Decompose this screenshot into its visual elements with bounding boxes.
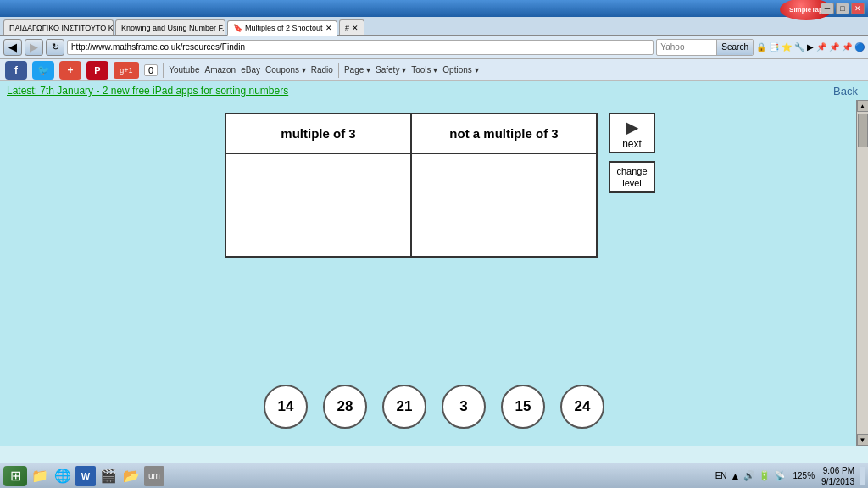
page-menu[interactable]: Page ▾ <box>344 65 370 75</box>
address-input[interactable] <box>67 40 654 55</box>
window-controls: ─ □ ✕ <box>821 3 865 14</box>
pinterest-btn[interactable]: P <box>86 61 108 80</box>
show-desktop-btn[interactable] <box>860 467 865 485</box>
divider1 <box>163 63 164 78</box>
title-bar: SimpleTap ─ □ ✕ <box>0 0 868 17</box>
taskbar: ⊞ 📁 🌐 W 🎬 📂 um EN ▲ 🔊 🔋 📡 125% 9:06 PM 9… <box>0 463 868 488</box>
minimize-btn[interactable]: ─ <box>821 3 834 14</box>
close-btn[interactable]: ✕ <box>851 3 865 14</box>
non-multiples-drop-zone[interactable] <box>412 154 596 256</box>
number-circle-0[interactable]: 14 <box>264 385 308 429</box>
back-button[interactable]: Back <box>833 85 858 97</box>
number-circle-5[interactable]: 24 <box>560 385 604 429</box>
next-arrow-icon: ▶ <box>626 117 638 137</box>
safety-menu[interactable]: Safety ▾ <box>376 65 406 75</box>
time-display: 9:06 PM <box>821 465 854 476</box>
scroll-thumb[interactable] <box>858 114 868 147</box>
taskbar-icon-folder2[interactable]: 📂 <box>121 466 142 486</box>
divider2 <box>338 63 339 78</box>
multiples-drop-zone[interactable] <box>226 154 412 256</box>
youtube-link[interactable]: Youtube <box>169 65 199 75</box>
tab-4[interactable]: # ✕ <box>339 19 364 35</box>
clock-display: 9:06 PM 9/1/2013 <box>821 465 854 487</box>
taskbar-icon-word[interactable]: W <box>75 466 96 486</box>
taskbar-icon-folder[interactable]: 📁 <box>30 466 50 486</box>
toolbar: f 🐦 + P g+1 0 Youtube Amazon eBay Coupon… <box>0 59 868 81</box>
number-circle-4[interactable]: 15 <box>501 385 545 429</box>
search-box: Search <box>656 39 754 56</box>
ebay-link[interactable]: eBay <box>241 65 260 75</box>
tab-bar: ΠΑΙΔΑΓΩΓΙΚΟ ΙΝΣΤΙΤΟΥΤΟ ΚΥ... ✕ Knowing a… <box>0 17 868 36</box>
col1-header: multiple of 3 <box>226 114 412 152</box>
search-input[interactable] <box>657 42 716 52</box>
info-link[interactable]: Latest: 7th January - 2 new free iPad ap… <box>7 85 288 97</box>
next-button[interactable]: ▶ next <box>609 113 655 153</box>
tab-close-4[interactable]: ✕ <box>352 24 359 32</box>
back-nav-btn[interactable]: ◀ <box>3 39 22 56</box>
gplus-btn[interactable]: g+1 <box>114 62 139 79</box>
search-button[interactable]: Search <box>716 40 753 55</box>
amazon-link[interactable]: Amazon <box>204 65 236 75</box>
taskbar-icon-film[interactable]: 🎬 <box>98 466 119 486</box>
twitter-btn[interactable]: 🐦 <box>32 61 54 80</box>
sort-header: multiple of 3 not a multiple of 3 <box>226 114 596 154</box>
info-bar: Latest: 7th January - 2 new free iPad ap… <box>0 81 868 100</box>
coupons-menu[interactable]: Coupons ▾ <box>265 65 306 75</box>
sort-table: multiple of 3 not a multiple of 3 <box>225 113 598 258</box>
tab-3-active[interactable]: 🔖 Multiples of 2 Shootout ✕ <box>227 20 337 36</box>
tray-icon-2: 🔊 <box>743 470 755 481</box>
tools-menu[interactable]: Tools ▾ <box>411 65 437 75</box>
date-display: 9/1/2013 <box>821 476 854 487</box>
options-menu[interactable]: Options ▾ <box>442 65 478 75</box>
number-circle-3[interactable]: 3 <box>442 385 486 429</box>
number-circles: 14 28 21 3 15 24 <box>264 385 604 429</box>
next-label: next <box>622 138 642 150</box>
number-circle-1[interactable]: 28 <box>323 385 367 429</box>
toolbar-extras: 🔒 📑 ⭐ 🔧 ▶ 📌 📌 📌 🔵 <box>756 42 865 52</box>
tab-1[interactable]: ΠΑΙΔΑΓΩΓΙΚΟ ΙΝΣΤΙΤΟΥΤΟ ΚΥ... ✕ <box>3 19 114 35</box>
taskbar-icon-app[interactable]: um <box>144 466 164 486</box>
change-level-button[interactable]: changelevel <box>609 161 655 193</box>
zoom-indicator: 125% <box>793 471 815 480</box>
forward-nav-btn[interactable]: ▶ <box>25 39 43 56</box>
tab-2[interactable]: Knowing and Using Number F... ✕ <box>115 19 225 35</box>
tab-favicon: 🔖 <box>233 24 242 32</box>
language-indicator: EN <box>715 471 727 480</box>
count-badge: 0 <box>144 64 158 76</box>
address-bar: ◀ ▶ ↻ Search 🔒 📑 ⭐ 🔧 ▶ 📌 📌 📌 🔵 <box>0 36 868 59</box>
taskbar-icon-ie[interactable]: 🌐 <box>53 466 73 486</box>
reload-btn[interactable]: ↻ <box>46 39 64 56</box>
main-content: multiple of 3 not a multiple of 3 ▶ next… <box>0 100 868 446</box>
start-button[interactable]: ⊞ <box>3 466 27 486</box>
col2-header: not a multiple of 3 <box>412 114 596 152</box>
scroll-up-btn[interactable]: ▲ <box>857 100 869 112</box>
number-circle-2[interactable]: 21 <box>382 385 426 429</box>
change-level-label: changelevel <box>616 165 647 190</box>
scrollbar[interactable]: ▲ ▼ <box>856 100 868 446</box>
sys-tray: EN ▲ 🔊 🔋 📡 125% 9:06 PM 9/1/2013 <box>715 465 865 487</box>
tray-icon-3: 🔋 <box>759 470 771 481</box>
plus-btn[interactable]: + <box>59 61 81 80</box>
facebook-btn[interactable]: f <box>5 61 27 80</box>
tray-icon-4: 📡 <box>774 470 786 481</box>
sort-body[interactable] <box>226 154 596 256</box>
scroll-down-btn[interactable]: ▼ <box>857 434 869 446</box>
tray-icon-1: ▲ <box>731 470 741 482</box>
radio-link[interactable]: Radio <box>311 65 333 75</box>
tab-close-3[interactable]: ✕ <box>326 24 332 32</box>
restore-btn[interactable]: □ <box>836 3 849 14</box>
